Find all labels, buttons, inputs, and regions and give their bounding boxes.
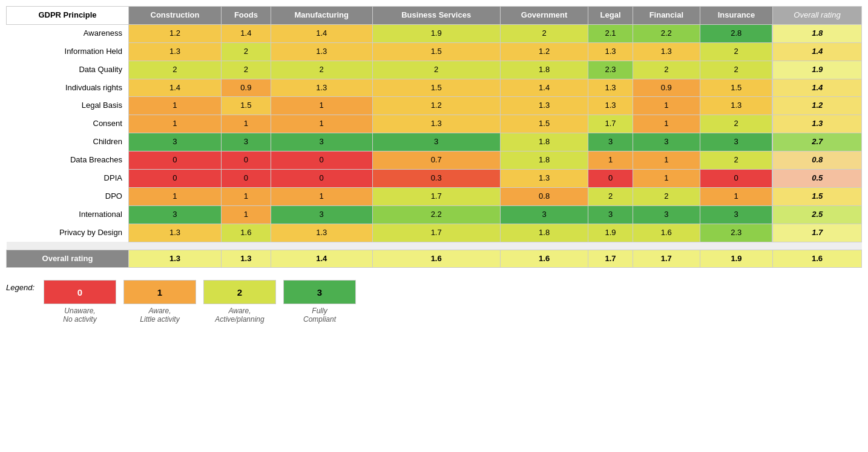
cell-1-1: 2 [222,42,271,61]
cell-10-4: 3 [500,205,588,224]
cell-7-5: 1 [588,151,633,170]
cell-3-2: 1.3 [271,79,372,97]
legend-desc-3: Fully Compliant [303,307,336,324]
overall-cell-7: 1.9 [700,250,772,268]
cell-1-0: 1.3 [128,42,221,61]
table-row: Indivduals rights1.40.91.31.51.41.30.91.… [7,79,862,97]
gdpr-heatmap-table: GDPR Principle ConstructionFoodsManufact… [6,6,862,268]
column-header-2: Manufacturing [271,7,372,25]
cell-11-7: 2.3 [700,224,772,242]
cell-3-0: 1.4 [128,79,221,97]
cell-8-0: 0 [128,170,221,188]
cell-3-5: 1.3 [588,79,633,97]
cell-0-0: 1.2 [128,24,221,42]
overall-cell-4: 1.6 [500,250,588,268]
cell-11-8: 1.7 [772,224,861,242]
cell-7-0: 0 [128,151,221,170]
cell-10-1: 1 [222,205,271,224]
cell-8-1: 0 [222,170,271,188]
cell-0-5: 2.1 [588,24,633,42]
row-label-7: Data Breaches [7,151,129,170]
overall-cell-5: 1.7 [588,250,633,268]
row-label-6: Children [7,133,129,151]
cell-3-1: 0.9 [222,79,271,97]
cell-11-0: 1.3 [128,224,221,242]
cell-5-2: 1 [271,115,372,133]
overall-cell-0: 1.3 [128,250,221,268]
cell-7-4: 1.8 [500,151,588,170]
cell-6-5: 3 [588,133,633,151]
cell-2-1: 2 [222,61,271,79]
cell-4-3: 1.2 [372,97,500,115]
cell-9-4: 0.8 [500,187,588,205]
cell-10-0: 3 [128,205,221,224]
cell-9-0: 1 [128,187,221,205]
table-row: International3132.233332.5 [7,205,862,224]
table-row: Awareness1.21.41.41.922.12.22.81.8 [7,24,862,42]
cell-8-8: 0.5 [772,170,861,188]
cell-0-1: 1.4 [222,24,271,42]
overall-cell-1: 1.3 [222,250,271,268]
legend-label: Legend: [6,280,35,292]
cell-10-7: 3 [700,205,772,224]
cell-10-2: 3 [271,205,372,224]
cell-9-7: 1 [700,187,772,205]
cell-11-1: 1.6 [222,224,271,242]
cell-7-6: 1 [633,151,700,170]
table-row: Consent1111.31.51.7121.3 [7,115,862,133]
cell-8-4: 1.3 [500,170,588,188]
cell-6-7: 3 [700,133,772,151]
cell-11-4: 1.8 [500,224,588,242]
cell-3-6: 0.9 [633,79,700,97]
row-label-0: Awareness [7,24,129,42]
cell-5-6: 1 [633,115,700,133]
table-row: Data Quality22221.82.3221.9 [7,61,862,79]
cell-0-7: 2.8 [700,24,772,42]
legend-item-0: 0Unaware, No activity [41,280,119,324]
cell-4-7: 1.3 [700,97,772,115]
table-row: Privacy by Design1.31.61.31.71.81.91.62.… [7,224,862,242]
legend-box-1: 1 [123,280,196,304]
row-label-3: Indivduals rights [7,79,129,97]
row-label-11: Privacy by Design [7,224,129,242]
cell-4-0: 1 [128,97,221,115]
cell-1-8: 1.4 [772,42,861,61]
cell-1-5: 1.3 [588,42,633,61]
gdpr-principle-header: GDPR Principle [7,7,129,25]
cell-0-6: 2.2 [633,24,700,42]
legend-box-2: 2 [203,280,276,304]
cell-5-5: 1.7 [588,115,633,133]
cell-6-3: 3 [372,133,500,151]
cell-6-0: 3 [128,133,221,151]
table-row: DPO1111.70.82211.5 [7,187,862,205]
cell-9-8: 1.5 [772,187,861,205]
cell-8-2: 0 [271,170,372,188]
cell-7-8: 0.8 [772,151,861,170]
overall-cell-3: 1.6 [372,250,500,268]
cell-1-7: 2 [700,42,772,61]
row-label-5: Consent [7,115,129,133]
cell-3-4: 1.4 [500,79,588,97]
cell-6-8: 2.7 [772,133,861,151]
row-label-2: Data Quality [7,61,129,79]
cell-5-0: 1 [128,115,221,133]
cell-6-2: 3 [271,133,372,151]
legend-items: 0Unaware, No activity1Aware, Little acti… [41,280,359,324]
legend-section: Legend: 0Unaware, No activity1Aware, Lit… [6,280,862,324]
cell-7-7: 2 [700,151,772,170]
cell-7-3: 0.7 [372,151,500,170]
cell-11-3: 1.7 [372,224,500,242]
cell-7-1: 0 [222,151,271,170]
cell-2-8: 1.9 [772,61,861,79]
cell-9-5: 2 [588,187,633,205]
row-label-9: DPO [7,187,129,205]
legend-item-3: 3Fully Compliant [280,280,359,324]
cell-2-2: 2 [271,61,372,79]
cell-9-3: 1.7 [372,187,500,205]
table-row: Information Held1.321.31.51.21.31.321.4 [7,42,862,61]
column-header-0: Construction [128,7,221,25]
overall-rating-label: Overall rating [7,250,129,268]
column-header-1: Foods [222,7,271,25]
cell-2-3: 2 [372,61,500,79]
cell-5-3: 1.3 [372,115,500,133]
